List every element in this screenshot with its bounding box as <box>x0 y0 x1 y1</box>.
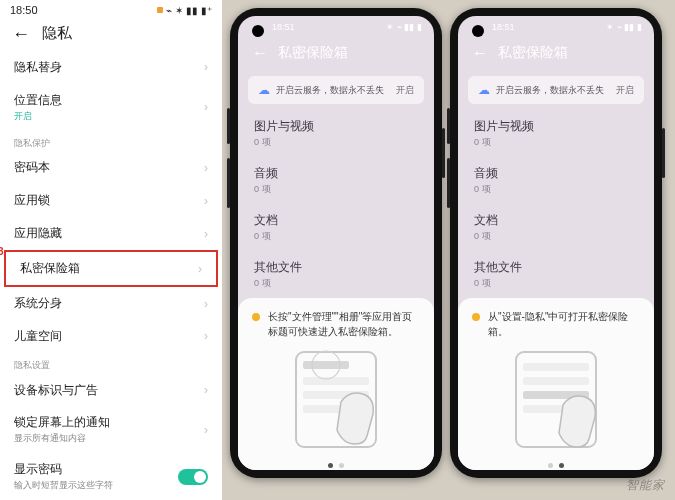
cloud-action[interactable]: 开启 <box>396 84 414 97</box>
camera-punch-hole <box>472 25 484 37</box>
bullet-icon <box>252 313 260 321</box>
settings-tap-illustration-icon <box>491 347 621 457</box>
back-icon[interactable]: ← <box>252 44 268 62</box>
cloud-icon: ☁ <box>478 83 490 97</box>
row-label: 应用锁 <box>14 192 50 209</box>
phone-status-bar: 18:51 ✶ ⌁ ▮▮ ▮ <box>238 16 434 34</box>
phone-mockup-b: 18:51 ✶ ⌁ ▮▮ ▮ ← 私密保险箱 ☁ 开启云服务，数据永不丢失 开启… <box>450 8 662 478</box>
phone-time: 18:51 <box>272 22 295 32</box>
battery-icon: ▮⁺ <box>201 5 212 16</box>
cat-other[interactable]: 其他文件 0 项 <box>238 251 434 298</box>
phone-photo-area: 18:51 ✶ ⌁ ▮▮ ▮ ← 私密保险箱 ☁ 开启云服务，数据永不丢失 开启… <box>222 0 675 500</box>
row-system-clone[interactable]: 系统分身 › <box>0 287 222 320</box>
chevron-right-icon: › <box>204 297 208 311</box>
tip-sheet: 长按"文件管理""相册"等应用首页标题可快速进入私密保险箱。 <box>238 298 434 470</box>
longpress-illustration-icon <box>271 347 401 457</box>
cat-docs[interactable]: 文档 0 项 <box>458 204 654 251</box>
cat-sub: 0 项 <box>474 183 638 196</box>
status-time: 18:50 <box>10 4 38 16</box>
dot-active <box>328 463 333 468</box>
row-show-password[interactable]: 显示密码 输入时短暂显示这些字符 <box>0 453 222 500</box>
row-location[interactable]: 位置信息 开启 › <box>0 84 222 131</box>
cloud-banner[interactable]: ☁ 开启云服务，数据永不丢失 开启 <box>248 76 424 104</box>
phone-screen: 18:51 ✶ ⌁ ▮▮ ▮ ← 私密保险箱 ☁ 开启云服务，数据永不丢失 开启… <box>238 16 434 470</box>
section-privacy-protect: 隐私保护 <box>0 131 222 152</box>
volume-up-button <box>227 108 230 144</box>
cat-photos[interactable]: 图片与视频 0 项 <box>458 110 654 157</box>
cat-sub: 0 项 <box>474 277 638 290</box>
chevron-right-icon: › <box>204 383 208 397</box>
cat-sub: 0 项 <box>474 230 638 243</box>
bluetooth-icon: ⌁ <box>166 5 172 16</box>
camera-punch-hole <box>252 25 264 37</box>
dot <box>339 463 344 468</box>
dot-active <box>559 463 564 468</box>
cat-label: 文档 <box>254 212 418 229</box>
cat-docs[interactable]: 文档 0 项 <box>238 204 434 251</box>
cat-sub: 0 项 <box>254 136 418 149</box>
cloud-text: 开启云服务，数据永不丢失 <box>276 84 384 97</box>
tip-sheet: 从"设置-隐私"中可打开私密保险箱。 <box>458 298 654 470</box>
section-privacy-settings: 隐私设置 <box>0 353 222 374</box>
cat-sub: 0 项 <box>254 183 418 196</box>
volume-up-button <box>447 108 450 144</box>
cloud-action[interactable]: 开启 <box>616 84 634 97</box>
chevron-right-icon: › <box>204 423 208 437</box>
phone-status-icons: ✶ ⌁ ▮▮ ▮ <box>606 22 642 32</box>
row-sub: 开启 <box>14 110 62 123</box>
phone-title: 私密保险箱 <box>278 44 348 62</box>
row-password-book[interactable]: 密码本 › <box>0 152 222 185</box>
row-label: 儿童空间 <box>14 328 62 345</box>
cloud-banner[interactable]: ☁ 开启云服务，数据永不丢失 开启 <box>468 76 644 104</box>
page-dots <box>252 457 420 468</box>
row-lock-notify[interactable]: 锁定屏幕上的通知 显示所有通知内容 › <box>0 407 222 454</box>
row-private-safe[interactable]: 私密保险箱 › <box>6 252 216 285</box>
step-number: 3. <box>0 246 6 257</box>
row-app-lock[interactable]: 应用锁 › <box>0 184 222 217</box>
tip-text: 长按"文件管理""相册"等应用首页标题可快速进入私密保险箱。 <box>268 310 420 339</box>
chevron-right-icon: › <box>204 227 208 241</box>
row-sub: 输入时短暂显示这些字符 <box>14 479 113 492</box>
row-kids-space[interactable]: 儿童空间 › <box>0 320 222 353</box>
row-label: 锁定屏幕上的通知 <box>14 414 110 431</box>
phone-time: 18:51 <box>492 22 515 32</box>
row-label: 隐私替身 <box>14 59 62 76</box>
phone-header: ← 私密保险箱 <box>458 34 654 76</box>
cat-photos[interactable]: 图片与视频 0 项 <box>238 110 434 157</box>
phone-title: 私密保险箱 <box>498 44 568 62</box>
cat-other[interactable]: 其他文件 0 项 <box>458 251 654 298</box>
back-icon[interactable]: ← <box>12 25 30 43</box>
status-bar: 18:50 ⌁ ✶ ▮▮ ▮⁺ <box>0 0 222 18</box>
svg-rect-8 <box>523 377 589 385</box>
tip-text: 从"设置-隐私"中可打开私密保险箱。 <box>488 310 640 339</box>
cloud-icon: ☁ <box>258 83 270 97</box>
power-button <box>662 128 665 178</box>
toggle-switch[interactable] <box>178 469 208 485</box>
tip-illustration <box>252 347 420 457</box>
cat-label: 图片与视频 <box>474 118 638 135</box>
svg-rect-2 <box>303 377 369 385</box>
cat-audio[interactable]: 音频 0 项 <box>238 157 434 204</box>
wifi-icon: ✶ <box>175 5 183 16</box>
row-app-hide[interactable]: 应用隐藏 › <box>0 217 222 250</box>
row-privacy-substitute[interactable]: 隐私替身 › <box>0 51 222 84</box>
volume-down-button <box>447 158 450 208</box>
cat-label: 文档 <box>474 212 638 229</box>
page-header: ← 隐私 <box>0 18 222 51</box>
cat-audio[interactable]: 音频 0 项 <box>458 157 654 204</box>
chevron-right-icon: › <box>204 329 208 343</box>
back-icon[interactable]: ← <box>472 44 488 62</box>
row-label: 应用隐藏 <box>14 225 62 242</box>
phone-status-bar: 18:51 ✶ ⌁ ▮▮ ▮ <box>458 16 654 34</box>
power-button <box>442 128 445 178</box>
cat-label: 音频 <box>474 165 638 182</box>
phone-status-icons: ✶ ⌁ ▮▮ ▮ <box>386 22 422 32</box>
page-dots <box>472 457 640 468</box>
cat-label: 其他文件 <box>254 259 418 276</box>
dot <box>548 463 553 468</box>
tip-illustration <box>472 347 640 457</box>
page-title: 隐私 <box>42 24 72 43</box>
chevron-right-icon: › <box>204 60 208 74</box>
row-label: 设备标识与广告 <box>14 382 98 399</box>
row-device-ads[interactable]: 设备标识与广告 › <box>0 374 222 407</box>
